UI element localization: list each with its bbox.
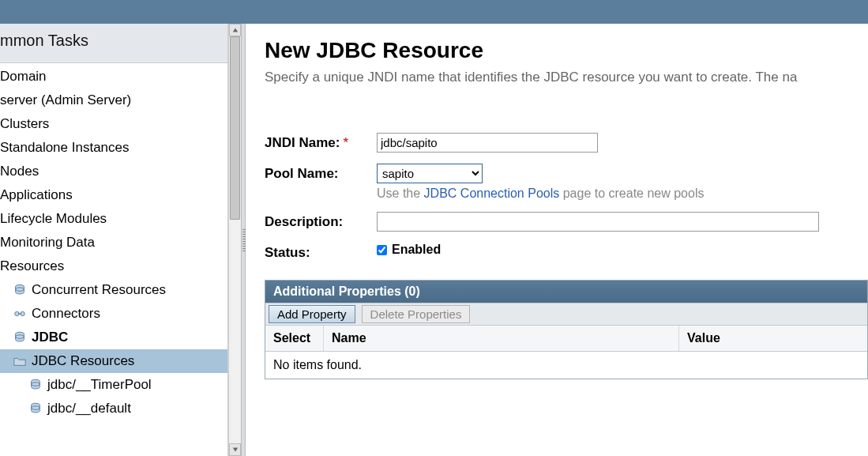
nav-item-clusters[interactable]: Clusters: [0, 112, 227, 136]
nav-item-applications[interactable]: Applications: [0, 183, 227, 207]
add-property-button[interactable]: Add Property: [269, 305, 355, 323]
nav-item-label: Nodes: [0, 164, 39, 179]
top-bar: [0, 0, 868, 24]
col-value: Value: [679, 326, 867, 351]
jndi-name-label: JNDI Name:*: [265, 133, 377, 151]
nav-item-jdbc[interactable]: JDBC: [0, 326, 227, 349]
pool-name-label: Pool Name:: [265, 164, 377, 182]
db-icon: [28, 401, 43, 416]
nav-item-concurrent-resources[interactable]: Concurrent Resources: [0, 278, 227, 302]
connector-icon: [13, 307, 27, 321]
nav-item-lifecycle-modules[interactable]: Lifecycle Modules: [0, 207, 227, 231]
scroll-track[interactable]: [229, 36, 241, 443]
status-label: Status:: [265, 243, 377, 261]
db-icon: [13, 330, 27, 345]
nav-item-standalone-instances[interactable]: Standalone Instances: [0, 136, 227, 160]
nav-tree: Domainserver (Admin Server)ClustersStand…: [0, 63, 227, 420]
splitter-grip-icon: [242, 229, 246, 251]
nav-item-nodes[interactable]: Nodes: [0, 160, 227, 183]
db-icon: [13, 283, 27, 297]
pool-name-select[interactable]: sapito: [377, 164, 483, 183]
nav-item-label: JDBC: [32, 330, 68, 345]
nav-item-jdbc-default[interactable]: jdbc/__default: [0, 397, 227, 420]
page-description: Specify a unique JNDI name that identifi…: [265, 70, 868, 85]
main-content: New JDBC Resource Specify a unique JNDI …: [246, 24, 868, 456]
col-select: Select: [265, 326, 324, 351]
additional-properties-panel: Additional Properties (0) Add Property D…: [265, 280, 868, 379]
nav-item-label: Concurrent Resources: [32, 282, 166, 298]
folder-icon: [13, 354, 27, 368]
jndi-name-input[interactable]: [377, 133, 598, 153]
nav-item-label: server (Admin Server): [0, 92, 131, 108]
panel-toolbar: Add Property Delete Properties: [265, 303, 867, 326]
sidebar-scrollbar[interactable]: [228, 24, 241, 456]
page-title: New JDBC Resource: [265, 38, 868, 63]
nav-item-label: Monitoring Data: [0, 235, 95, 251]
nav-item-label: Resources: [0, 258, 64, 274]
nav-sidebar: mmon Tasks Domainserver (Admin Server)Cl…: [0, 24, 228, 456]
nav-item-jdbc-resources[interactable]: JDBC Resources: [0, 349, 227, 373]
scroll-thumb[interactable]: [230, 36, 240, 220]
nav-item-jdbc-timerpool[interactable]: jdbc/__TimerPool: [0, 373, 227, 397]
nav-item-label: jdbc/__default: [47, 401, 131, 416]
description-input[interactable]: [377, 212, 819, 232]
nav-item-label: Connectors: [32, 306, 100, 322]
pool-hint: Use the JDBC Connection Pools page to cr…: [377, 187, 868, 201]
nav-item-domain[interactable]: Domain: [0, 65, 227, 89]
properties-empty-message: No items found.: [265, 352, 867, 379]
col-name: Name: [324, 326, 679, 351]
db-icon: [28, 378, 43, 392]
nav-item-label: Lifecycle Modules: [0, 211, 107, 227]
splitter-handle[interactable]: [241, 24, 246, 456]
properties-table-header: Select Name Value: [265, 326, 867, 352]
nav-item-connectors[interactable]: Connectors: [0, 302, 227, 326]
scroll-down-button[interactable]: [229, 443, 241, 456]
sidebar-heading: mmon Tasks: [0, 24, 227, 63]
panel-title: Additional Properties (0): [265, 281, 867, 303]
nav-item-resources[interactable]: Resources: [0, 254, 227, 278]
status-enabled-checkbox[interactable]: [377, 245, 387, 255]
nav-item-label: jdbc/__TimerPool: [47, 377, 152, 393]
scroll-up-button[interactable]: [229, 24, 241, 36]
required-asterisk-icon: *: [343, 135, 348, 150]
delete-properties-button: Delete Properties: [362, 305, 471, 323]
nav-item-label: Applications: [0, 187, 73, 203]
nav-item-monitoring-data[interactable]: Monitoring Data: [0, 231, 227, 254]
nav-item-label: Clusters: [0, 116, 49, 132]
description-label: Description:: [265, 212, 377, 230]
nav-item-label: JDBC Resources: [32, 353, 134, 369]
nav-item-label: Standalone Instances: [0, 140, 130, 156]
jdbc-connection-pools-link[interactable]: JDBC Connection Pools: [424, 187, 560, 200]
nav-item-server-admin-server[interactable]: server (Admin Server): [0, 89, 227, 112]
nav-item-label: Domain: [0, 69, 47, 85]
jdbc-resource-form: JNDI Name:* Pool Name: sapito Use the JD…: [265, 133, 868, 261]
status-enabled-label[interactable]: Enabled: [377, 243, 441, 257]
